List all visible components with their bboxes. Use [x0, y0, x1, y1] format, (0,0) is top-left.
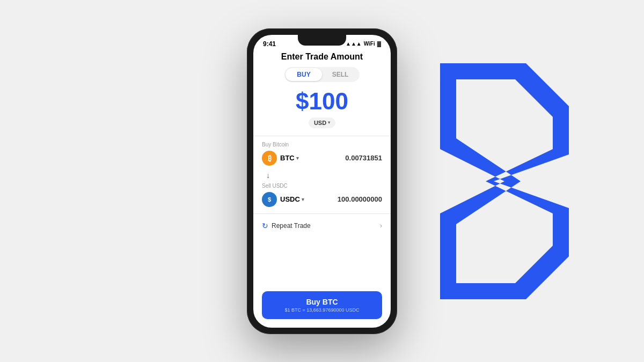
phone-mockup: 9:41 ▲▲▲ WiFi ▓ Enter Trade Amount BUY S…: [247, 28, 397, 334]
currency-label: USD: [314, 120, 326, 126]
usdc-icon: $: [262, 192, 277, 207]
divider-1: [253, 136, 391, 136]
currency-selector[interactable]: USD ▾: [262, 117, 382, 128]
sell-tab[interactable]: SELL: [322, 68, 358, 81]
sell-section-label: Sell USDC: [262, 183, 382, 189]
currency-pill[interactable]: USD ▾: [309, 117, 335, 128]
usdc-left[interactable]: $ USDC ▾: [262, 192, 304, 207]
divider-2: [253, 213, 391, 214]
btc-icon: ₿: [262, 151, 277, 166]
btc-amount: 0.00731851: [345, 154, 382, 162]
buy-section-label: Buy Bitcoin: [262, 142, 382, 147]
trade-amount: $100: [262, 90, 382, 113]
repeat-trade-label: Repeat Trade: [272, 222, 311, 230]
buy-tab[interactable]: BUY: [286, 68, 322, 81]
trade-title: Enter Trade Amount: [262, 52, 382, 62]
buy-bitcoin-section: Buy Bitcoin ₿ BTC ▾ 0.00731851: [262, 142, 382, 166]
usdc-row: $ USDC ▾ 100.00000000: [262, 192, 382, 207]
background-chevron: [397, 47, 580, 315]
repeat-icon: ↻: [262, 221, 268, 230]
btc-row: ₿ BTC ▾ 0.00731851: [262, 151, 382, 166]
battery-icon: ▓: [377, 41, 381, 47]
screen-content: Enter Trade Amount BUY SELL $100 USD ▾: [253, 50, 391, 328]
buy-button[interactable]: Buy BTC $1 BTC = 13,663.97690000 USDC: [262, 291, 382, 319]
usdc-symbol[interactable]: USDC ▾: [280, 195, 304, 203]
repeat-trade-left: ↻ Repeat Trade: [262, 221, 311, 230]
status-time: 9:41: [263, 40, 276, 48]
status-icons: ▲▲▲ WiFi ▓: [346, 41, 381, 47]
currency-chevron-icon: ▾: [328, 120, 330, 125]
btc-symbol[interactable]: BTC ▾: [280, 154, 299, 162]
usdc-chevron-icon: ▾: [302, 197, 304, 202]
usdc-amount: 100.00000000: [338, 195, 382, 203]
signal-icon: ▲▲▲: [346, 41, 362, 47]
buy-sell-toggle[interactable]: BUY SELL: [284, 67, 360, 82]
btc-left[interactable]: ₿ BTC ▾: [262, 151, 299, 166]
buy-button-sub-label: $1 BTC = 13,663.97690000 USDC: [268, 307, 376, 313]
phone-notch: [298, 35, 346, 46]
repeat-trade-row[interactable]: ↻ Repeat Trade ›: [262, 218, 382, 233]
btc-chevron-icon: ▾: [296, 156, 299, 161]
sell-usdc-section: Sell USDC $ USDC ▾ 100.00000000: [262, 183, 382, 207]
wifi-icon: WiFi: [364, 41, 375, 47]
buy-button-label: Buy BTC: [268, 298, 376, 306]
repeat-chevron-icon: ›: [380, 222, 382, 230]
phone-body: 9:41 ▲▲▲ WiFi ▓ Enter Trade Amount BUY S…: [247, 28, 397, 334]
phone-screen: 9:41 ▲▲▲ WiFi ▓ Enter Trade Amount BUY S…: [253, 35, 391, 328]
swap-arrow-icon[interactable]: ↓: [262, 171, 382, 180]
